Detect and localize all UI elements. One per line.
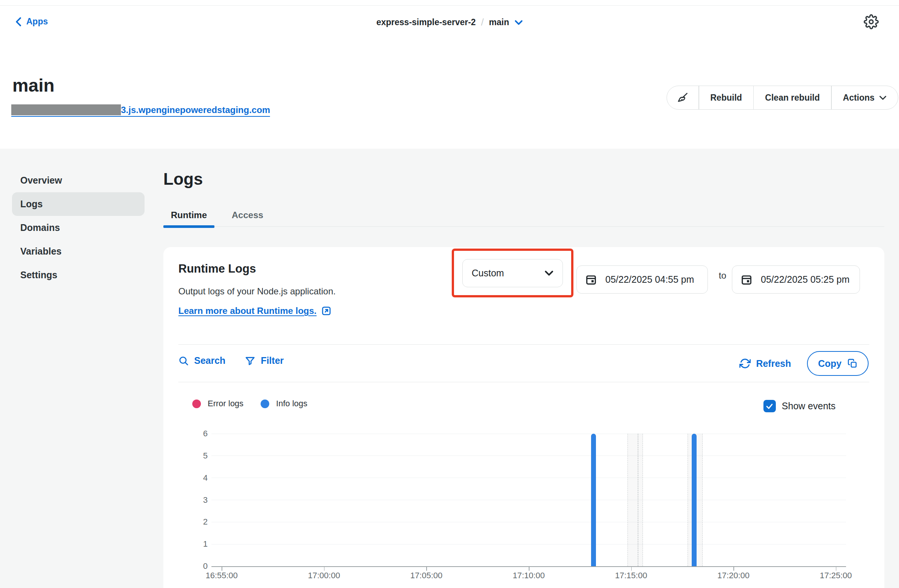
- copy-icon: [848, 359, 857, 368]
- search-button[interactable]: Search: [178, 355, 225, 366]
- sidebar-item-domains[interactable]: Domains: [12, 216, 145, 239]
- refresh-button[interactable]: Refresh: [739, 358, 791, 369]
- date-to-input[interactable]: 05/22/2025 05:25 pm: [732, 265, 860, 294]
- clean-cache-button[interactable]: [667, 86, 698, 109]
- runtime-logs-card: Runtime Logs Output logs of your Node.js…: [163, 247, 884, 588]
- filter-button[interactable]: Filter: [245, 355, 284, 366]
- x-axis-tick-label: 17:20:00: [707, 571, 760, 580]
- log-bar[interactable]: [692, 434, 697, 566]
- app-page: Apps express-simple-server-2 / main main…: [0, 0, 899, 588]
- search-label: Search: [194, 355, 225, 366]
- breadcrumb-app-name: express-simple-server-2: [376, 17, 476, 28]
- refresh-icon: [739, 358, 751, 369]
- x-axis-tick-label: 17:05:00: [400, 571, 453, 580]
- date-to-value: 05/22/2025 05:25 pm: [761, 274, 850, 285]
- date-range-to-label: to: [714, 270, 731, 281]
- y-axis-tick-label: 6: [190, 429, 208, 438]
- y-axis-tick-label: 0: [190, 561, 208, 571]
- show-events-toggle[interactable]: Show events: [763, 400, 836, 412]
- actions-menu-button[interactable]: Actions: [832, 86, 898, 109]
- y-axis-tick-label: 4: [190, 473, 208, 483]
- x-axis-tick: [324, 567, 325, 571]
- log-bar[interactable]: [591, 434, 596, 566]
- rebuild-button[interactable]: Rebuild: [699, 86, 753, 109]
- chart-gridline: [212, 478, 846, 478]
- copy-button[interactable]: Copy: [807, 351, 869, 376]
- show-events-label: Show events: [782, 401, 836, 412]
- card-description: Output logs of your Node.js application.: [178, 286, 336, 296]
- rebuild-label: Rebuild: [711, 93, 742, 103]
- chart-legend: Error logsInfo logs: [192, 399, 307, 409]
- external-link-icon: [321, 306, 332, 316]
- divider: [178, 382, 869, 382]
- sidebar-item-logs[interactable]: Logs: [12, 192, 145, 216]
- page-title: main: [12, 75, 54, 96]
- time-range-value: Custom: [472, 268, 504, 279]
- y-axis-tick-label: 3: [190, 495, 208, 505]
- x-axis-tick: [631, 567, 632, 571]
- logs-tabs: RuntimeAccess: [163, 205, 884, 227]
- sidebar-item-overview[interactable]: Overview: [12, 168, 145, 192]
- x-axis-tick: [529, 567, 530, 571]
- chart-gridline: [212, 434, 846, 434]
- search-icon: [178, 356, 189, 366]
- clean-rebuild-button[interactable]: Clean rebuild: [754, 86, 831, 109]
- back-to-apps-label: Apps: [26, 17, 48, 27]
- back-to-apps-link[interactable]: Apps: [15, 17, 48, 27]
- chart-gridline: [212, 455, 846, 456]
- x-axis-tick: [836, 567, 837, 571]
- x-axis-tick-label: 17:00:00: [298, 571, 351, 580]
- redaction-bar: [11, 104, 121, 115]
- sidebar-item-settings[interactable]: Settings: [12, 263, 145, 287]
- x-axis-tick: [426, 567, 427, 571]
- legend-item: Error logs: [192, 399, 243, 409]
- log-toolbar-right: Refresh Copy: [739, 351, 868, 376]
- x-axis-tick-label: 17:25:00: [809, 571, 862, 580]
- breadcrumb-separator: /: [481, 17, 483, 28]
- highlight-red-box: Custom: [452, 248, 573, 297]
- filter-icon: [245, 356, 255, 366]
- breadcrumb: express-simple-server-2 / main: [376, 17, 523, 28]
- y-axis-tick-label: 1: [190, 539, 208, 549]
- environment-actions-group: Rebuild Clean rebuild Actions: [667, 86, 898, 110]
- tab-access[interactable]: Access: [224, 210, 271, 227]
- x-axis-tick-label: 17:10:00: [502, 571, 555, 580]
- tab-runtime[interactable]: Runtime: [163, 210, 215, 227]
- sidebar-item-variables[interactable]: Variables: [12, 239, 145, 263]
- environment-url-text: 3.js.wpenginepoweredstaging.com: [121, 105, 270, 115]
- calendar-icon: [585, 274, 597, 286]
- x-axis-tick-label: 17:15:00: [605, 571, 658, 580]
- breadcrumb-env-name[interactable]: main: [489, 17, 509, 28]
- log-toolbar-left: Search Filter: [178, 355, 284, 366]
- chevron-down-icon[interactable]: [514, 20, 523, 25]
- x-axis-tick: [222, 567, 222, 571]
- chevron-left-icon: [15, 17, 23, 27]
- chart-gridline: [212, 544, 846, 545]
- event-band: [638, 434, 643, 566]
- legend-item: Info logs: [261, 399, 307, 409]
- calendar-icon: [740, 274, 752, 286]
- log-volume-chart[interactable]: [212, 434, 846, 567]
- sidebar-nav: OverviewLogsDomainsVariablesSettings: [12, 168, 145, 287]
- learn-more-label: Learn more about Runtime logs.: [178, 306, 317, 316]
- checkbox-checked-icon[interactable]: [763, 400, 776, 412]
- x-axis-tick: [734, 567, 734, 571]
- x-axis-tick-label: 16:55:00: [195, 571, 248, 580]
- divider: [178, 344, 869, 345]
- date-from-value: 05/22/2025 04:55 pm: [606, 274, 694, 285]
- filter-label: Filter: [261, 355, 284, 366]
- broom-icon: [677, 92, 689, 103]
- settings-gear-button[interactable]: [864, 14, 879, 29]
- clean-rebuild-label: Clean rebuild: [765, 93, 820, 103]
- section-title: Logs: [163, 170, 203, 188]
- card-title: Runtime Logs: [178, 262, 256, 276]
- time-range-select[interactable]: Custom: [462, 259, 563, 287]
- actions-label: Actions: [843, 93, 874, 103]
- environment-url-link[interactable]: 3.js.wpenginepoweredstaging.com: [11, 104, 270, 117]
- y-axis-tick-label: 2: [190, 517, 208, 527]
- legend-dot-icon: [261, 400, 269, 408]
- date-from-input[interactable]: 05/22/2025 04:55 pm: [576, 265, 708, 294]
- learn-more-link[interactable]: Learn more about Runtime logs.: [178, 306, 332, 316]
- legend-label: Error logs: [208, 399, 243, 409]
- chevron-down-icon: [879, 96, 887, 100]
